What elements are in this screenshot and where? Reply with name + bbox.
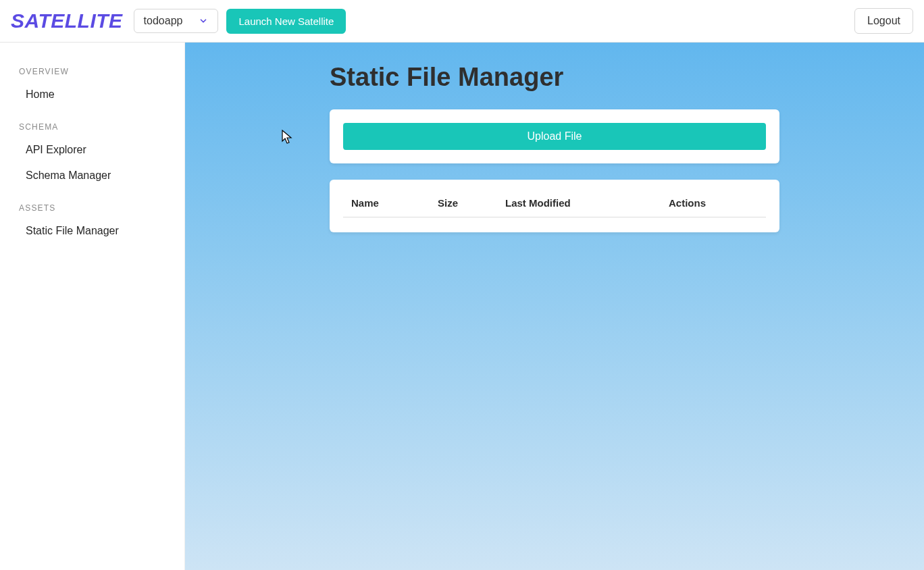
sidebar-item-api-explorer[interactable]: API Explorer bbox=[0, 137, 184, 163]
sidebar-group-label: ASSETS bbox=[0, 198, 184, 218]
sidebar-group-label: OVERVIEW bbox=[0, 61, 184, 82]
sidebar-group-schema: SCHEMA API Explorer Schema Manager bbox=[0, 117, 184, 188]
launch-new-satellite-button[interactable]: Launch New Satellite bbox=[226, 9, 346, 34]
sidebar-group-label: SCHEMA bbox=[0, 117, 184, 137]
column-header-size: Size bbox=[438, 197, 505, 209]
main-area: Static File Manager Upload File Name Siz… bbox=[185, 43, 924, 570]
column-header-name: Name bbox=[351, 197, 438, 209]
chevron-down-icon bbox=[199, 16, 208, 26]
logout-button[interactable]: Logout bbox=[854, 8, 913, 34]
column-header-actions: Actions bbox=[669, 197, 758, 209]
header: SATELLITE todoapp Launch New Satellite L… bbox=[0, 0, 924, 43]
upload-card: Upload File bbox=[330, 109, 779, 163]
upload-file-button[interactable]: Upload File bbox=[343, 123, 766, 150]
sidebar-group-assets: ASSETS Static File Manager bbox=[0, 198, 184, 244]
sidebar-item-static-file-manager[interactable]: Static File Manager bbox=[0, 218, 184, 244]
sidebar: OVERVIEW Home SCHEMA API Explorer Schema… bbox=[0, 43, 185, 570]
body: OVERVIEW Home SCHEMA API Explorer Schema… bbox=[0, 43, 924, 570]
column-header-last-modified: Last Modified bbox=[505, 197, 669, 209]
file-table-card: Name Size Last Modified Actions bbox=[330, 180, 779, 232]
content: Static File Manager Upload File Name Siz… bbox=[330, 63, 779, 232]
sidebar-item-schema-manager[interactable]: Schema Manager bbox=[0, 163, 184, 188]
sidebar-group-overview: OVERVIEW Home bbox=[0, 61, 184, 107]
project-select[interactable]: todoapp bbox=[134, 9, 219, 33]
page-title: Static File Manager bbox=[330, 63, 779, 92]
sidebar-item-home[interactable]: Home bbox=[0, 82, 184, 107]
table-header-row: Name Size Last Modified Actions bbox=[343, 193, 766, 217]
project-selected-label: todoapp bbox=[144, 15, 183, 27]
logo: SATELLITE bbox=[11, 9, 123, 32]
